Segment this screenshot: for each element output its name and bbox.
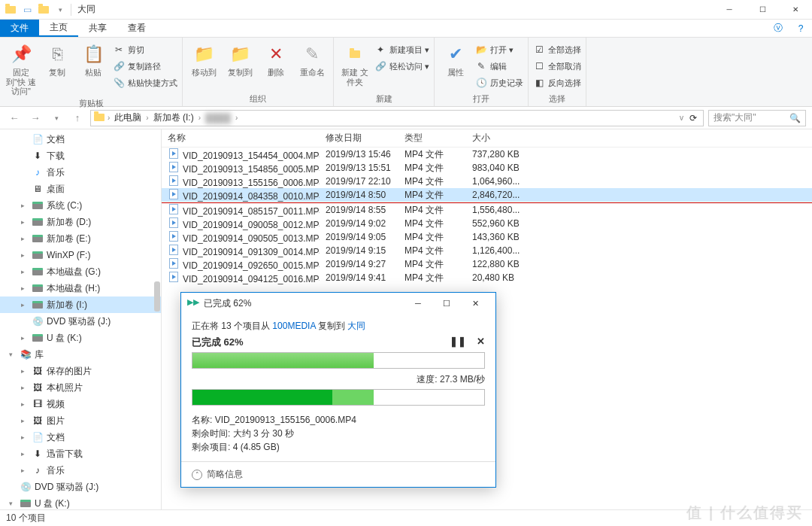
- column-size[interactable]: 大小: [466, 132, 541, 144]
- maximize-button[interactable]: ☐: [746, 0, 779, 20]
- brief-info-toggle[interactable]: 简略信息: [207, 468, 243, 481]
- copypath-button[interactable]: 🔗复制路径: [113, 59, 177, 74]
- tree-item[interactable]: ▸本地磁盘 (H:): [0, 280, 161, 296]
- dest-link[interactable]: 大同: [347, 321, 365, 331]
- file-row[interactable]: VID_20190914_084358_0010.MP42019/9/14 8:…: [162, 188, 812, 202]
- tree-item[interactable]: ⬇下载: [0, 147, 161, 164]
- pasteshortcut-button[interactable]: 📎粘贴快捷方式: [113, 75, 177, 90]
- file-row[interactable]: VID_20190913_155156_0006.MP42019/9/17 22…: [162, 175, 812, 188]
- file-row[interactable]: VID_20190914_092650_0015.MP42019/9/14 9:…: [162, 257, 812, 271]
- tree-item[interactable]: ▸🖼图片: [0, 412, 161, 429]
- newitem-button[interactable]: ✦新建项目 ▾: [374, 42, 429, 57]
- copy-summary: 正在将 13 个项目从 100MEDIA 复制到 大同: [192, 320, 485, 333]
- tree-item[interactable]: ▸🖼保存的图片: [0, 363, 161, 379]
- copyto-button[interactable]: 📁复制到: [223, 39, 256, 78]
- file-row[interactable]: VID_20190913_154856_0005.MP42019/9/13 15…: [162, 161, 812, 175]
- new-group-label: 新建: [338, 92, 429, 106]
- breadcrumb-volume[interactable]: 新加卷 (I:): [152, 111, 195, 124]
- tab-share[interactable]: 共享: [78, 20, 117, 37]
- file-row[interactable]: VID_20190913_154454_0004.MP42019/9/13 15…: [162, 147, 812, 161]
- tree-icon: [32, 216, 44, 228]
- tree-item[interactable]: 🖥桌面: [0, 181, 161, 197]
- tree-item[interactable]: ▾U 盘 (K:): [0, 495, 161, 509]
- tab-home[interactable]: 主页: [39, 20, 78, 37]
- newfolder-button[interactable]: 新建 文件夹: [338, 39, 371, 87]
- back-button[interactable]: ←: [6, 110, 23, 126]
- copy-button[interactable]: ⎘复制: [41, 39, 74, 78]
- pin-quickaccess-button[interactable]: 📌固定到"快 速访问": [5, 39, 38, 96]
- tree-item[interactable]: ▸♪音乐: [0, 462, 161, 479]
- tree-item[interactable]: ▸U 盘 (K:): [0, 330, 161, 346]
- selectall-button[interactable]: ☑全部选择: [533, 42, 581, 57]
- edit-button[interactable]: ✎编辑: [475, 59, 523, 74]
- file-row[interactable]: VID_20190914_091309_0014.MP42019/9/14 9:…: [162, 244, 812, 257]
- delete-button[interactable]: ✕删除: [259, 39, 292, 78]
- file-row[interactable]: VID_20190914_094125_0016.MP42019/9/14 9:…: [162, 271, 812, 284]
- refresh-icon[interactable]: ⟳: [686, 113, 700, 123]
- cancel-button[interactable]: ✕: [477, 336, 485, 347]
- tree-item[interactable]: ▸📄文档: [0, 429, 161, 445]
- tree-icon: 🖼: [32, 415, 44, 427]
- column-type[interactable]: 类型: [398, 132, 466, 144]
- tree-item[interactable]: ♪音乐: [0, 164, 161, 181]
- moveto-button[interactable]: 📁移动到: [187, 39, 220, 78]
- ribbon-collapse-icon[interactable]: ⓥ: [767, 20, 789, 37]
- qat-newfolder-icon[interactable]: [38, 4, 50, 16]
- file-row[interactable]: VID_20190914_090505_0013.MP42019/9/14 9:…: [162, 230, 812, 244]
- tree-item[interactable]: 💿DVD 驱动器 (J:): [0, 479, 161, 495]
- video-file-icon: [168, 271, 180, 283]
- close-button[interactable]: ✕: [779, 0, 812, 20]
- tree-item[interactable]: ▸🖼本机照片: [0, 379, 161, 396]
- qat-properties-icon[interactable]: ▭: [21, 4, 33, 16]
- dialog-minimize-button[interactable]: ─: [404, 293, 432, 314]
- tree-item[interactable]: ▸新加卷 (I:): [0, 296, 161, 313]
- properties-button[interactable]: ✔属性: [439, 39, 472, 78]
- tab-file[interactable]: 文件: [0, 20, 39, 37]
- tree-item[interactable]: ▸系统 (C:): [0, 197, 161, 214]
- dialog-maximize-button[interactable]: ☐: [432, 293, 461, 314]
- tab-view[interactable]: 查看: [117, 20, 156, 37]
- tree-item[interactable]: ▸新加卷 (E:): [0, 230, 161, 247]
- navigation-tree[interactable]: 📄文档⬇下载♪音乐🖥桌面▸系统 (C:)▸新加卷 (D:)▸新加卷 (E:)▸W…: [0, 129, 162, 509]
- help-icon[interactable]: ?: [789, 20, 812, 37]
- tree-item[interactable]: ▸🎞视频: [0, 396, 161, 412]
- invert-button[interactable]: ◧反向选择: [533, 75, 581, 90]
- organize-group-label: 组织: [187, 92, 329, 106]
- tree-item[interactable]: 💿DVD 驱动器 (J:): [0, 313, 161, 330]
- dialog-icon: ▶▶: [187, 297, 199, 309]
- column-date[interactable]: 修改日期: [320, 132, 398, 144]
- select-group-label: 选择: [533, 92, 581, 106]
- open-button[interactable]: 📂打开 ▾: [475, 42, 523, 57]
- tree-icon: 📄: [32, 133, 44, 145]
- column-name[interactable]: 名称: [162, 132, 320, 144]
- easyaccess-button[interactable]: 🔗轻松访问 ▾: [374, 59, 429, 74]
- tree-icon: ⬇: [32, 150, 44, 162]
- chevron-up-icon[interactable]: ˄: [192, 470, 202, 480]
- tree-item[interactable]: ▸WinXP (F:): [0, 247, 161, 263]
- selectnone-button[interactable]: ☐全部取消: [533, 59, 581, 74]
- up-button[interactable]: ↑: [69, 110, 86, 126]
- tree-icon: 💿: [32, 315, 44, 327]
- file-row[interactable]: VID_20190914_090058_0012.MP42019/9/14 9:…: [162, 217, 812, 230]
- tree-item[interactable]: ▾📚库: [0, 346, 161, 363]
- search-input[interactable]: 搜索"大同" 🔍: [708, 110, 806, 126]
- tree-item[interactable]: ▸本地磁盘 (G:): [0, 263, 161, 280]
- cut-button[interactable]: ✂剪切: [113, 42, 177, 57]
- pause-button[interactable]: ❚❚: [450, 336, 466, 347]
- tree-item[interactable]: ▸新加卷 (D:): [0, 214, 161, 230]
- qat-dropdown-icon[interactable]: ▾: [54, 4, 66, 16]
- address-dropdown-icon[interactable]: v: [678, 114, 685, 122]
- tree-item[interactable]: 📄文档: [0, 131, 161, 147]
- paste-button[interactable]: 📋粘贴: [77, 39, 110, 78]
- file-row[interactable]: VID_20190914_085157_0011.MP42019/9/14 8:…: [162, 203, 812, 217]
- minimize-button[interactable]: ─: [713, 0, 746, 20]
- tree-item[interactable]: ▸⬇迅雷下载: [0, 445, 161, 462]
- rename-button[interactable]: ✎重命名: [295, 39, 329, 78]
- dialog-close-button[interactable]: ✕: [461, 293, 489, 314]
- history-button[interactable]: 🕓历史记录: [475, 75, 523, 90]
- address-bar[interactable]: › 此电脑 › 新加卷 (I:) › ████ › v ⟳: [90, 110, 704, 126]
- forward-button[interactable]: →: [27, 110, 44, 126]
- breadcrumb-pc[interactable]: 此电脑: [113, 111, 143, 124]
- recent-dropdown[interactable]: ▾: [48, 110, 65, 126]
- source-link[interactable]: 100MEDIA: [272, 321, 315, 331]
